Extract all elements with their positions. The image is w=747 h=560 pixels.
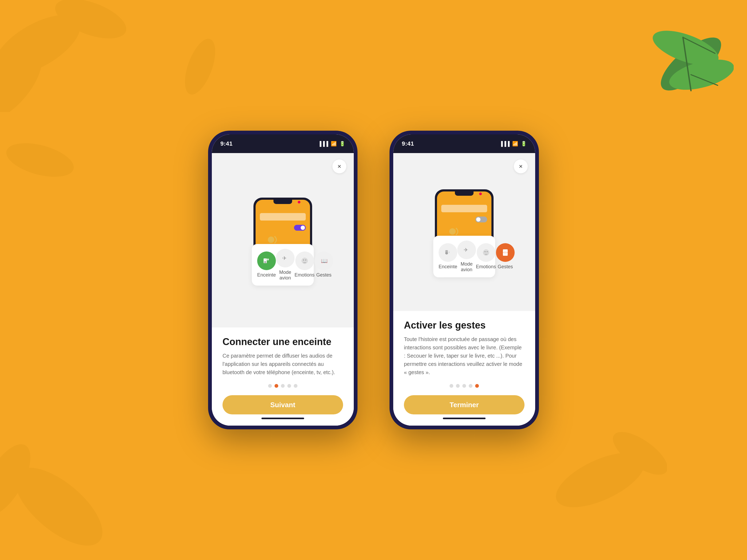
signal-icon-2: ▐▐▐ [499, 141, 510, 146]
phone-1-status-icons: ▐▐▐ 📶 🔋 [318, 141, 345, 146]
phone-2-emotions-icon [477, 243, 495, 262]
phone-1: 9:41 ▐▐▐ 📶 🔋 × [208, 131, 358, 429]
phone-2-mode-avion-icon: ✈ [457, 241, 476, 259]
phone-2-status-bar: 9:41 ▐▐▐ 📶 🔋 [393, 134, 535, 153]
phone-1-dot-1 [268, 384, 272, 388]
phone-2-inner-content-bar [441, 205, 487, 212]
phone-1-bottom-section: Connecter une enceinte Ce paramètre perm… [212, 327, 354, 426]
phone-2-feature-icons-row: ♪ Enceinte ✈ [433, 236, 495, 277]
phone-2-gestes-label: Gestes [498, 264, 513, 270]
phone-2-dot-1 [449, 384, 453, 388]
svg-point-24 [303, 260, 304, 261]
battery-icon: 🔋 [339, 141, 345, 146]
phone-1-feature-gestes[interactable]: 📖 Gestes [314, 251, 333, 278]
phone-2-feature-mode-avion[interactable]: ✈ Mode avion [457, 241, 476, 272]
phone-1-enceinte-icon: ♪ [257, 251, 276, 270]
main-content: 9:41 ▐▐▐ 📶 🔋 × [0, 0, 747, 560]
phone-1-screen: 9:41 ▐▐▐ 📶 🔋 × [212, 134, 354, 426]
svg-point-27 [449, 228, 456, 235]
phone-2-cta-button[interactable]: Terminer [404, 395, 524, 415]
phone-1-gestes-icon: 📖 [314, 251, 333, 270]
phone-2-mockup-section: ♪ Enceinte ✈ [393, 153, 535, 311]
phone-2-feature-emotions[interactable]: Emotions [476, 243, 496, 270]
phone-1-gestes-label: Gestes [316, 272, 332, 278]
phone-1-pagination [223, 384, 343, 388]
svg-point-31 [446, 251, 447, 251]
phone-1-mockup-section: ♪ Enceinte ✈ [212, 153, 354, 327]
phone-2-toggle-knob [476, 217, 481, 221]
phone-1-inner-red-dot [298, 201, 301, 204]
phone-1-enceinte-label: Enceinte [257, 272, 276, 278]
phone-1-dot-5 [294, 384, 298, 388]
phone-2-feature-icons-container: ♪ Enceinte ✈ [433, 236, 495, 277]
phone-2-close-button[interactable]: × [514, 159, 528, 174]
phone-2-dot-4 [469, 384, 472, 388]
phone-2-feature-gestes[interactable]: Gestes [496, 243, 515, 270]
phone-1-inner-toggle-row [260, 225, 306, 231]
phone-1-status-bar: 9:41 ▐▐▐ 📶 🔋 [212, 134, 354, 153]
phone-1-inner-notch [274, 200, 292, 204]
phone-1-dot-4 [287, 384, 291, 388]
svg-text:✈: ✈ [282, 255, 287, 261]
phone-2-description: Toute l'histoire est ponctuée de passage… [404, 335, 524, 376]
phone-2-inner-red-dot [479, 192, 482, 195]
phone-2-dot-2 [456, 384, 460, 388]
phone-1-toggle [294, 225, 306, 231]
phone-2-title: Activer les gestes [404, 319, 524, 331]
phone-1-cta-button[interactable]: Suivant [223, 395, 343, 415]
phone-1-inner-mockup: ♪ Enceinte ✈ [246, 197, 320, 288]
wifi-icon: 📶 [331, 141, 337, 146]
phone-2-gestes-icon [496, 243, 515, 262]
phone-2-screen: 9:41 ▐▐▐ 📶 🔋 × [393, 134, 535, 426]
svg-point-15 [268, 237, 274, 243]
phone-1-feature-enceinte[interactable]: ♪ Enceinte [257, 251, 276, 278]
phone-2-dot-3 [462, 384, 466, 388]
phone-1-dot-2 [275, 384, 278, 388]
phone-2-inner-toggle-row [441, 216, 487, 222]
phone-1-emotions-icon [295, 251, 314, 270]
phone-1-feature-emotions[interactable]: Emotions [294, 251, 314, 278]
svg-point-18 [265, 262, 266, 263]
phone-2-inner-mockup: ♪ Enceinte ✈ [427, 189, 501, 280]
phone-1-frame: 9:41 ▐▐▐ 📶 🔋 × [208, 131, 358, 429]
phone-2-enceinte-label: Enceinte [439, 264, 457, 270]
phone-1-feature-mode-avion[interactable]: ✈ Mode avion [276, 249, 294, 281]
phone-2-feature-enceinte[interactable]: ♪ Enceinte [439, 243, 457, 270]
close-icon-2: × [519, 163, 523, 170]
phone-2-frame: 9:41 ▐▐▐ 📶 🔋 × [389, 131, 539, 429]
phone-1-screen-content: × [212, 153, 354, 426]
svg-point-35 [485, 251, 486, 252]
phone-2-home-indicator [443, 418, 486, 419]
phone-2-status-icons: ▐▐▐ 📶 🔋 [499, 141, 526, 146]
svg-text:♪: ♪ [448, 250, 450, 254]
phone-2-mode-avion-label: Mode avion [457, 261, 476, 272]
phone-1-time: 9:41 [221, 140, 233, 147]
phone-2-inner-notch [455, 191, 473, 196]
phone-1-title: Connecter une enceinte [223, 336, 343, 347]
phone-2-screen-content: × [393, 153, 535, 426]
phone-1-close-button[interactable]: × [332, 159, 346, 174]
battery-icon-2: 🔋 [521, 141, 526, 146]
phone-1-feature-icons-row: ♪ Enceinte ✈ [252, 244, 314, 286]
signal-icon: ▐▐▐ [318, 141, 328, 146]
phone-2-bottom-section: Activer les gestes Toute l'histoire est … [393, 311, 535, 426]
svg-text:✈: ✈ [464, 247, 468, 253]
close-icon: × [337, 163, 341, 170]
svg-text:♪: ♪ [267, 257, 269, 261]
phone-1-home-indicator [261, 418, 304, 419]
phone-2: 9:41 ▐▐▐ 📶 🔋 × [389, 131, 539, 429]
phone-1-toggle-knob [301, 225, 305, 230]
svg-text:📖: 📖 [321, 258, 328, 264]
phone-2-time: 9:41 [402, 140, 414, 147]
phone-1-description: Ce paramètre permet de diffuser les audi… [223, 352, 343, 376]
phone-2-enceinte-icon: ♪ [439, 243, 457, 262]
phone-2-pagination [404, 384, 524, 388]
phone-2-dot-5 [475, 384, 479, 388]
phone-1-emotions-label: Emotions [294, 272, 314, 278]
svg-point-36 [487, 251, 488, 252]
phone-1-mode-avion-label: Mode avion [276, 270, 294, 281]
phone-1-mode-avion-icon: ✈ [276, 249, 294, 267]
phone-2-emotions-label: Emotions [476, 264, 496, 270]
phone-1-feature-icons-container: ♪ Enceinte ✈ [252, 244, 314, 286]
phone-2-toggle [475, 216, 487, 222]
